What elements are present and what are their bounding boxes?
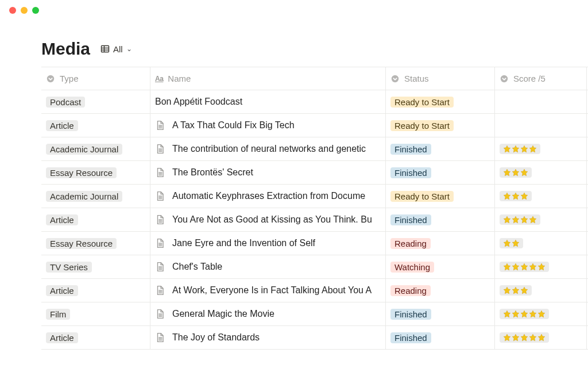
- star-icon: [503, 168, 511, 177]
- col-header-score[interactable]: Score /5: [495, 67, 587, 90]
- cell-type[interactable]: Article: [41, 114, 150, 137]
- star-icon: [520, 334, 528, 342]
- cell-status[interactable]: Watching: [386, 255, 495, 278]
- select-icon: [500, 74, 509, 83]
- star-icon: [520, 145, 528, 153]
- status-pill: Ready to Start: [390, 97, 454, 108]
- window-close-button[interactable]: [9, 7, 16, 14]
- cell-name[interactable]: General Magic the Movie: [150, 302, 386, 325]
- page-icon: [155, 144, 165, 154]
- page-icon: [155, 332, 165, 343]
- cell-name[interactable]: Bon Appétit Foodcast: [150, 90, 386, 113]
- cell-type[interactable]: Academic Journal: [41, 137, 150, 160]
- table-row[interactable]: Article A Tax That Could Fix Big TechRea…: [41, 114, 588, 137]
- cell-score[interactable]: [495, 161, 587, 184]
- cell-name[interactable]: A Tax That Could Fix Big Tech: [150, 114, 386, 137]
- score-stars: [500, 332, 549, 343]
- star-icon: [512, 145, 520, 153]
- cell-status[interactable]: Reading: [386, 279, 495, 302]
- star-icon: [512, 286, 520, 294]
- status-pill: Ready to Start: [390, 120, 454, 131]
- cell-status[interactable]: Ready to Start: [386, 185, 495, 208]
- cell-type[interactable]: Essay Resource: [41, 232, 150, 255]
- view-name: All: [113, 44, 123, 54]
- cell-score[interactable]: [495, 326, 587, 349]
- svg-point-5: [392, 75, 399, 82]
- cell-score[interactable]: [495, 255, 587, 278]
- score-stars: [500, 309, 549, 319]
- star-icon: [503, 286, 511, 294]
- cell-type[interactable]: TV Series: [41, 255, 150, 278]
- cell-name[interactable]: Jane Eyre and the Invention of Self: [150, 232, 386, 255]
- cell-status[interactable]: Reading: [386, 232, 495, 255]
- status-pill: Finished: [390, 144, 431, 155]
- table-row[interactable]: Essay Resource The Brontës' SecretFinish…: [41, 161, 588, 185]
- page-icon: [155, 285, 165, 296]
- col-header-name[interactable]: Aa Name: [150, 67, 386, 90]
- svg-point-6: [501, 75, 508, 82]
- cell-score[interactable]: [495, 137, 587, 160]
- cell-status[interactable]: Finished: [386, 161, 495, 184]
- type-tag: Academic Journal: [46, 144, 122, 155]
- cell-name[interactable]: The Joy of Standards: [150, 326, 386, 349]
- cell-type[interactable]: Podcast: [41, 90, 150, 113]
- window-zoom-button[interactable]: [32, 7, 39, 14]
- table-row[interactable]: Film General Magic the MovieFinished: [41, 302, 588, 326]
- cell-name[interactable]: At Work, Everyone Is in Fact Talking Abo…: [150, 279, 386, 302]
- cell-name[interactable]: The Brontës' Secret: [150, 161, 386, 184]
- cell-name[interactable]: The contribution of neural networks and …: [150, 137, 386, 160]
- row-title: Jane Eyre and the Invention of Self: [172, 238, 315, 248]
- cell-score[interactable]: [495, 279, 587, 302]
- table-row[interactable]: Article You Are Not as Good at Kissing a…: [41, 208, 588, 232]
- score-stars: [500, 214, 540, 225]
- col-header-type[interactable]: Type: [41, 67, 150, 90]
- star-icon: [520, 286, 528, 294]
- type-tag: TV Series: [46, 262, 92, 273]
- cell-type[interactable]: Article: [41, 208, 150, 231]
- cell-score[interactable]: [495, 90, 587, 113]
- cell-name[interactable]: Automatic Keyphrases Extraction from Doc…: [150, 185, 386, 208]
- row-title: The Joy of Standards: [172, 332, 260, 343]
- status-pill: Finished: [390, 332, 431, 343]
- table-row[interactable]: PodcastBon Appétit FoodcastReady to Star…: [41, 90, 588, 114]
- type-tag: Podcast: [46, 97, 85, 108]
- cell-status[interactable]: Ready to Start: [386, 90, 495, 113]
- cell-name[interactable]: You Are Not as Good at Kissing as You Th…: [150, 208, 386, 231]
- cell-status[interactable]: Finished: [386, 208, 495, 231]
- cell-score[interactable]: [495, 114, 587, 137]
- table-row[interactable]: Essay Resource Jane Eyre and the Inventi…: [41, 232, 588, 255]
- select-icon: [46, 74, 55, 83]
- table-row[interactable]: Article The Joy of StandardsFinished: [41, 326, 588, 350]
- score-stars: [500, 144, 540, 154]
- col-header-score-label: Score /5: [513, 74, 546, 83]
- cell-type[interactable]: Film: [41, 302, 150, 325]
- row-title: Chef's Table: [172, 262, 222, 272]
- star-icon: [520, 216, 528, 224]
- col-header-type-label: Type: [60, 74, 79, 83]
- row-title: A Tax That Could Fix Big Tech: [172, 120, 295, 131]
- cell-type[interactable]: Article: [41, 326, 150, 349]
- page-icon: [155, 238, 165, 248]
- col-header-status[interactable]: Status: [386, 67, 495, 90]
- star-icon: [512, 216, 520, 224]
- cell-score[interactable]: [495, 208, 587, 231]
- view-switcher[interactable]: All ⌄: [100, 44, 132, 54]
- window-minimize-button[interactable]: [21, 7, 28, 14]
- cell-type[interactable]: Essay Resource: [41, 161, 150, 184]
- cell-status[interactable]: Ready to Start: [386, 114, 495, 137]
- cell-status[interactable]: Finished: [386, 137, 495, 160]
- cell-type[interactable]: Academic Journal: [41, 185, 150, 208]
- score-stars: [500, 167, 532, 178]
- cell-score[interactable]: [495, 232, 587, 255]
- table-row[interactable]: Academic Journal The contribution of neu…: [41, 137, 588, 161]
- cell-status[interactable]: Finished: [386, 326, 495, 349]
- cell-score[interactable]: [495, 302, 587, 325]
- cell-name[interactable]: Chef's Table: [150, 255, 386, 278]
- star-icon: [529, 263, 537, 271]
- cell-score[interactable]: [495, 185, 587, 208]
- table-row[interactable]: Article At Work, Everyone Is in Fact Tal…: [41, 279, 588, 302]
- cell-status[interactable]: Finished: [386, 302, 495, 325]
- table-row[interactable]: Academic Journal Automatic Keyphrases Ex…: [41, 185, 588, 208]
- cell-type[interactable]: Article: [41, 279, 150, 302]
- table-row[interactable]: TV Series Chef's TableWatching: [41, 255, 588, 279]
